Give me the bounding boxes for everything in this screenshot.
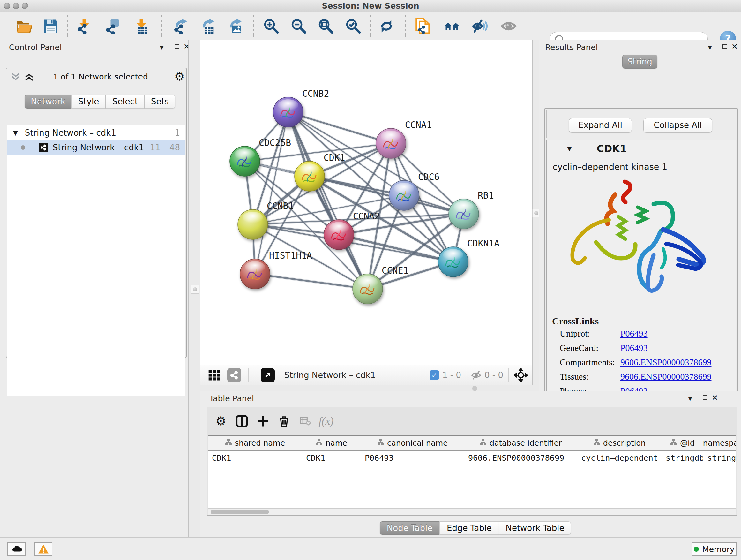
table-cell[interactable]: cyclin–dependent ... xyxy=(577,451,662,465)
table-cell[interactable]: P06493 xyxy=(361,451,464,465)
export-image-icon[interactable] xyxy=(226,17,245,35)
open-session-icon[interactable] xyxy=(15,17,32,35)
node-HIST1H1A[interactable] xyxy=(240,259,270,289)
node-table[interactable]: shared namenamecanonical namedatabase id… xyxy=(208,435,736,509)
import-table-icon[interactable] xyxy=(132,17,150,35)
table-cell[interactable]: stringdb xyxy=(703,451,736,465)
birdseye-grid-icon[interactable] xyxy=(207,368,221,382)
table-panel-collapse-icon[interactable]: ▼ xyxy=(688,395,692,401)
window-close-button[interactable] xyxy=(4,3,10,9)
network-row-selected[interactable]: String Network – cdk1 11 48 xyxy=(7,140,185,155)
crosslink-link[interactable]: 9606.ENSP00000378699 xyxy=(620,372,711,386)
node-CDC25B[interactable] xyxy=(230,146,260,176)
node-CDK1[interactable] xyxy=(294,161,325,191)
table-panel-close-icon[interactable]: ✕ xyxy=(712,393,718,402)
node-CDKN1A[interactable] xyxy=(438,247,468,277)
pan-mode-icon[interactable] xyxy=(514,368,528,382)
bottom-splitter-grip[interactable] xyxy=(472,386,477,391)
column-type-icon xyxy=(670,439,677,448)
tab-sets[interactable]: Sets xyxy=(145,95,175,109)
save-session-icon[interactable] xyxy=(42,17,60,35)
tab-network-table[interactable]: Network Table xyxy=(499,521,571,535)
table-cell[interactable]: CDK1 xyxy=(302,451,361,465)
collapse-all-networks-icon[interactable] xyxy=(10,71,22,85)
tab-string[interactable]: String xyxy=(622,55,657,69)
node-CCNE1[interactable] xyxy=(353,274,383,304)
collapse-all-button[interactable]: Collapse All xyxy=(643,118,712,133)
tab-network[interactable]: Network xyxy=(24,95,71,109)
table-panel: Table Panel ▼ ✕ ⚙ f(x) shared namenameca… xyxy=(200,391,741,537)
crosslinks-list: Uniprot: P06493GeneCard: P06493Compartme… xyxy=(560,328,732,400)
cloud-status-button[interactable] xyxy=(7,543,26,556)
detach-view-icon[interactable] xyxy=(261,368,275,382)
results-panel-float-icon[interactable] xyxy=(723,44,727,49)
right-splitter-grip[interactable] xyxy=(532,209,540,217)
table-hscrollbar-thumb[interactable] xyxy=(211,509,269,514)
network-options-gear-icon[interactable]: ⚙ xyxy=(174,70,185,83)
zoom-out-icon[interactable] xyxy=(290,17,308,35)
tab-node-table[interactable]: Node Table xyxy=(380,521,440,535)
results-panel-close-icon[interactable]: ✕ xyxy=(731,42,738,51)
column-header-name[interactable]: name xyxy=(302,436,361,450)
expand-all-networks-icon[interactable] xyxy=(23,71,35,85)
memory-button[interactable]: Memory xyxy=(692,543,737,556)
crosslink-link[interactable]: P06493 xyxy=(620,328,648,343)
delete-column-icon[interactable] xyxy=(273,415,294,428)
column-header-description[interactable]: description xyxy=(577,436,662,450)
left-splitter-grip[interactable] xyxy=(191,285,199,294)
hide-selected-icon[interactable] xyxy=(471,17,488,35)
table-row[interactable]: CDK1CDK1P064939606.ENSP00000378699cyclin… xyxy=(208,451,736,465)
node-CDC6[interactable] xyxy=(389,180,419,210)
tab-select[interactable]: Select xyxy=(106,95,145,109)
table-cell[interactable]: 9606.ENSP00000378699 xyxy=(464,451,577,465)
table-cell[interactable]: stringdb:9... xyxy=(662,451,703,465)
column-header-database-identifier[interactable]: database identifier xyxy=(464,436,577,450)
node-CCNA2[interactable] xyxy=(324,220,354,250)
column-header-shared-name[interactable]: shared name xyxy=(208,436,302,450)
zoom-in-icon[interactable] xyxy=(262,17,280,35)
warning-status-button[interactable] xyxy=(35,543,52,556)
table-options-gear-icon[interactable]: ⚙ xyxy=(210,414,231,428)
control-panel-collapse-icon[interactable]: ▼ xyxy=(159,44,164,51)
network-canvas[interactable]: CCNB2 CCNA1 CDC25B CDK1 CDC6 RB1 CCNB1 C… xyxy=(200,40,532,365)
tree-expander-icon[interactable]: ▼ xyxy=(13,129,18,136)
zoom-selected-icon[interactable] xyxy=(344,17,362,35)
window-title: Session: New Session xyxy=(0,0,741,12)
first-neighbors-icon[interactable] xyxy=(443,17,461,35)
window-zoom-button[interactable] xyxy=(22,3,28,9)
export-network-icon[interactable] xyxy=(172,17,190,35)
share-network-icon[interactable] xyxy=(227,368,241,382)
crosslink-link[interactable]: P06493 xyxy=(620,343,648,357)
clone-network-icon[interactable] xyxy=(414,17,432,35)
column-header-canonical-name[interactable]: canonical name xyxy=(361,436,464,450)
gene-expander-icon[interactable]: ▼ xyxy=(567,145,572,152)
tab-style[interactable]: Style xyxy=(71,95,106,109)
export-table-icon[interactable] xyxy=(199,17,217,35)
left-splitter[interactable] xyxy=(188,40,200,537)
node-CCNB1[interactable] xyxy=(238,209,268,240)
selected-nodes-checkbox[interactable]: ✓ xyxy=(429,370,439,380)
control-panel-float-icon[interactable] xyxy=(175,44,179,49)
crosslink-link[interactable]: 9606.ENSP00000378699 xyxy=(620,357,711,372)
import-network-icon[interactable] xyxy=(75,17,93,35)
column-header-namespace[interactable]: namespace xyxy=(703,436,736,450)
right-splitter[interactable] xyxy=(532,40,539,391)
refresh-layout-icon[interactable] xyxy=(378,17,395,35)
table-hscrollbar[interactable] xyxy=(208,508,736,515)
create-column-icon[interactable] xyxy=(253,414,273,428)
expand-all-button[interactable]: Expand All xyxy=(569,118,632,133)
node-RB1[interactable] xyxy=(449,199,479,229)
show-columns-icon[interactable] xyxy=(231,414,253,428)
tab-edge-table[interactable]: Edge Table xyxy=(440,521,499,535)
results-panel-collapse-icon[interactable]: ▼ xyxy=(708,44,712,51)
table-cell[interactable]: CDK1 xyxy=(208,451,302,465)
network-collection-row[interactable]: ▼ String Network – cdk1 1 xyxy=(7,125,185,140)
node-CCNB2[interactable] xyxy=(273,97,303,127)
show-all-icon[interactable] xyxy=(500,17,518,35)
import-database-icon[interactable] xyxy=(104,17,122,35)
table-panel-float-icon[interactable] xyxy=(703,395,708,400)
node-CCNA1[interactable] xyxy=(376,128,406,159)
window-minimize-button[interactable] xyxy=(13,3,19,9)
zoom-fit-icon[interactable] xyxy=(317,17,335,35)
column-header--id[interactable]: @id xyxy=(662,436,703,450)
